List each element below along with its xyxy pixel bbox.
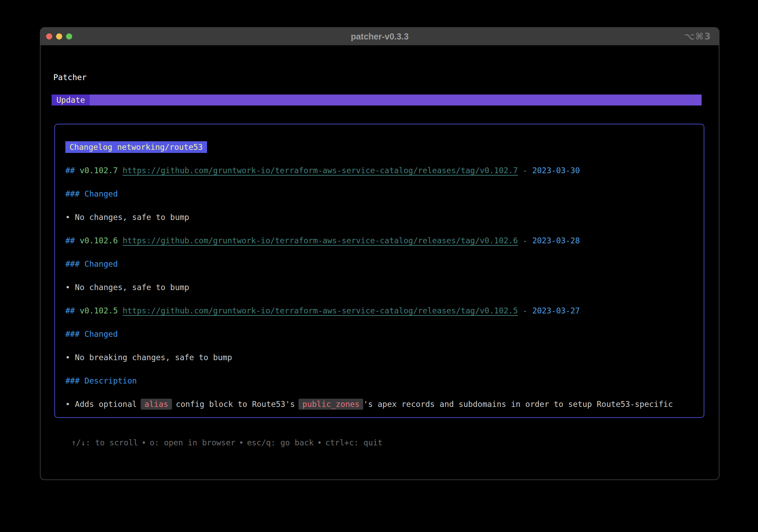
section-title: Description: [85, 376, 137, 385]
changelog-bullet: • Adds optional alias config block to Ro…: [65, 392, 697, 416]
release-heading: ## v0.102.5 https://github.com/gruntwork…: [65, 299, 697, 322]
page-title: Patcher: [53, 73, 87, 81]
release-version: v0.102.7: [80, 166, 118, 175]
markdown-hashes: ###: [65, 376, 80, 385]
help-scroll: ↑/↓: to scroll: [71, 438, 138, 447]
bullet-text-part: config block to Route53's: [176, 400, 295, 409]
help-open-browser: o: open in browser: [150, 438, 235, 447]
bullet-icon: •: [65, 213, 70, 222]
changelog-bullet: • No changes, safe to bump: [65, 276, 697, 299]
bullet-icon: •: [65, 400, 70, 409]
section-title: Changed: [85, 259, 118, 268]
window-title: patcher-v0.3.3: [41, 28, 719, 45]
help-quit: ctrl+c: quit: [325, 438, 382, 447]
dash-separator: -: [523, 166, 528, 175]
section-title: Changed: [85, 189, 118, 198]
bullet-text: No changes, safe to bump: [75, 283, 189, 292]
keyboard-shortcut-hint: ⌥⌘3: [684, 28, 711, 45]
bullet-icon: •: [65, 353, 70, 362]
dash-separator: -: [523, 306, 528, 315]
help-separator-icon: •: [239, 438, 243, 447]
release-heading: ## v0.102.6 https://github.com/gruntwork…: [65, 229, 697, 252]
help-bar: ↑/↓: to scroll•o: open in browser•esc/q:…: [52, 429, 382, 456]
section-heading: ### Changed: [65, 182, 697, 206]
section-heading: ### Description: [65, 369, 697, 392]
release-link[interactable]: https://github.com/gruntwork-io/terrafor…: [122, 236, 518, 245]
section-title: Changed: [85, 330, 118, 339]
changelog-badge-row: Changelog networking/route53: [65, 135, 697, 159]
help-separator-icon: •: [141, 438, 146, 447]
bullet-text-part: 's apex records and subdomains in order …: [363, 400, 673, 409]
inline-code-alias: alias: [141, 399, 172, 410]
bullet-text-part: Adds optional: [75, 400, 137, 409]
section-heading: ### Changed: [65, 252, 697, 276]
section-heading: ### Changed: [65, 322, 697, 346]
markdown-hashes: ##: [65, 236, 75, 245]
release-version: v0.102.6: [80, 236, 118, 245]
release-link[interactable]: https://github.com/gruntwork-io/terrafor…: [122, 306, 518, 315]
changelog-bullet: • No breaking changes, safe to bump: [65, 346, 697, 369]
markdown-hashes: ##: [65, 306, 75, 315]
markdown-hashes: ##: [65, 166, 75, 175]
inline-code-public-zones: public_zones: [299, 399, 363, 410]
app-window: patcher-v0.3.3 ⌥⌘3 Patcher Update Change…: [40, 27, 719, 480]
window-titlebar: patcher-v0.3.3 ⌥⌘3: [41, 28, 719, 45]
release-date: 2023-03-30: [532, 166, 580, 175]
tab-bar: Update: [52, 95, 702, 106]
markdown-hashes: ###: [65, 330, 80, 339]
release-link[interactable]: https://github.com/gruntwork-io/terrafor…: [122, 166, 518, 175]
changelog-bullet: • No changes, safe to bump: [65, 206, 697, 229]
release-version: v0.102.5: [80, 306, 118, 315]
bullet-icon: •: [65, 283, 70, 292]
changelog-viewport[interactable]: Changelog networking/route53 ## v0.102.7…: [54, 124, 704, 418]
release-date: 2023-03-28: [532, 236, 580, 245]
markdown-hashes: ###: [65, 189, 80, 198]
tab-update[interactable]: Update: [52, 95, 90, 106]
dash-separator: -: [523, 236, 528, 245]
release-heading: ## v0.102.7 https://github.com/gruntwork…: [65, 159, 697, 182]
bullet-text: No changes, safe to bump: [75, 213, 189, 222]
changelog-title-badge: Changelog networking/route53: [65, 141, 207, 153]
help-go-back: esc/q: go back: [247, 438, 314, 447]
release-date: 2023-03-27: [532, 306, 580, 315]
help-separator-icon: •: [317, 438, 322, 447]
markdown-hashes: ###: [65, 259, 80, 268]
bullet-text: No breaking changes, safe to bump: [75, 353, 232, 362]
